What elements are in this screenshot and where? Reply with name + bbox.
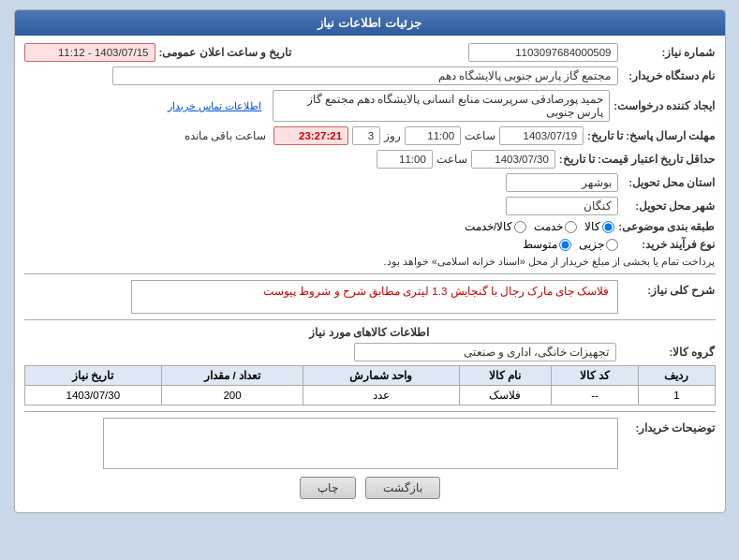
radio-kala-khadamat-label: کالا/خدمت bbox=[465, 220, 512, 233]
cell-tedad: 200 bbox=[162, 386, 303, 405]
saat-label2: ساعت bbox=[436, 153, 467, 166]
saat-label: ساعت bbox=[465, 129, 495, 142]
name-dastgah-label: نام دستگاه خریدار: bbox=[622, 69, 716, 82]
radio-jozvi-label: جزیی bbox=[579, 238, 604, 251]
radio-jozvi-input[interactable] bbox=[606, 239, 618, 251]
radio-motavasset-label: متوسط bbox=[523, 238, 557, 251]
cell-name: فلاسک bbox=[459, 386, 551, 405]
kala-table: ردیف کد کالا نام کالا واحد شمارش تعداد /… bbox=[24, 365, 716, 405]
radio-khadamat-input[interactable] bbox=[565, 221, 577, 233]
ostan-value: بوشهر bbox=[506, 173, 618, 192]
mohlet-date: 1403/07/19 bbox=[499, 126, 584, 145]
th-radif: ردیف bbox=[639, 366, 715, 386]
th-name: نام کالا bbox=[459, 366, 551, 386]
table-row: 1--فلاسکعدد2001403/07/30 bbox=[24, 386, 715, 405]
cell-kod: -- bbox=[551, 386, 639, 405]
jadval-date: 1403/07/30 bbox=[471, 150, 555, 169]
shahr-label: شهر محل تحویل: bbox=[622, 199, 716, 213]
ijad-label: ایجاد کننده درخواست: bbox=[613, 99, 715, 112]
header-title: جزئیات اطلاعات نیاز bbox=[318, 16, 421, 30]
mohlet-label: مهلت ارسال پاسخ: تا تاریخ: bbox=[587, 129, 715, 142]
mohlet-saat: 11:00 bbox=[405, 126, 461, 145]
th-tedad: تعداد / مقدار bbox=[162, 366, 303, 386]
tabaqe-label: طبقه بندی موضوعی: bbox=[618, 220, 715, 233]
shahr-value: کنگان bbox=[506, 197, 618, 215]
th-vahed: واحد شمارش bbox=[303, 366, 459, 386]
radio-kala-khadamat-item: کالا/خدمت bbox=[465, 220, 526, 233]
cell-vahed: عدد bbox=[303, 386, 459, 405]
tarikh-value: 1403/07/15 - 11:12 bbox=[24, 43, 155, 62]
ijad-value: حمید پورصادقی سرپرست منابع انسانی پالایش… bbox=[273, 90, 610, 122]
radio-kala-khadamat-input[interactable] bbox=[514, 221, 526, 233]
th-tarikh: تاریخ نیاز bbox=[24, 366, 162, 386]
jadval-saat: 11:00 bbox=[377, 150, 433, 169]
ostan-label: استان محل تحویل: bbox=[622, 176, 716, 189]
radio-kala-input[interactable] bbox=[602, 221, 614, 233]
radio-jozvi-item: جزیی bbox=[579, 238, 618, 251]
shomara-value: 1103097684000509 bbox=[468, 43, 618, 62]
time-remaining: 23:27:21 bbox=[273, 126, 348, 145]
payment-note: پرداخت تمام یا بخشی از مبلغ خریدار از مح… bbox=[383, 256, 715, 268]
nooe-farayand-label: نوع فرآیند خرید: bbox=[622, 238, 716, 251]
shomara-label: شماره نیاز: bbox=[622, 46, 716, 59]
th-kod: کد کالا bbox=[551, 366, 639, 386]
ettelaat-tamas-link[interactable]: اطلاعات تماس خریدار bbox=[168, 100, 261, 112]
radio-khadamat-label: خدمت bbox=[534, 220, 563, 233]
cell-tarikh: 1403/07/30 bbox=[24, 386, 162, 405]
tozih-label: توضیحات خریدار: bbox=[622, 418, 716, 435]
bazgasht-button[interactable]: بازگشت bbox=[365, 477, 440, 499]
gorohe-kala-label: گروه کالا: bbox=[622, 346, 716, 359]
radio-motavasset-item: متوسط bbox=[523, 238, 571, 251]
radio-kala-item: کالا bbox=[584, 220, 614, 233]
main-container: جزئیات اطلاعات نیاز شماره نیاز: 11030976… bbox=[14, 9, 726, 513]
gorohe-kala-value: تجهیزات خانگی، اداری و صنعتی bbox=[354, 343, 616, 361]
tozih-textarea[interactable] bbox=[103, 418, 618, 469]
roz-label: روز bbox=[384, 129, 401, 142]
name-dastgah-value: مجتمع گاز پارس جنوبی پالایشگاه دهم bbox=[112, 66, 618, 85]
radio-motavasset-input[interactable] bbox=[559, 239, 571, 251]
radio-khadamat-item: خدمت bbox=[534, 220, 577, 233]
radio-kala-label: کالا bbox=[584, 220, 600, 233]
tabaqe-radio-group: کالا خدمت کالا/خدمت bbox=[465, 220, 614, 233]
chap-button[interactable]: چاپ bbox=[300, 477, 356, 499]
tarikh-label: تاریخ و ساعت اعلان عمومی: bbox=[159, 46, 292, 59]
page-header: جزئیات اطلاعات نیاز bbox=[15, 10, 725, 36]
remaining-label: ساعت باقی مانده bbox=[185, 129, 266, 142]
jadval-label: حداقل تاریخ اعتبار قیمت: تا تاریخ: bbox=[559, 153, 716, 166]
ettelaat-kala-title: اطلاعات کالاهای مورد نیاز bbox=[24, 326, 716, 339]
mohlet-roz: 3 bbox=[352, 126, 380, 145]
shrj-label: شرح کلی نیاز: bbox=[622, 280, 716, 297]
shrj-value: فلاسک جای مارک رجال با گنجایش 1.3 لیتری … bbox=[131, 280, 618, 314]
cell-radif: 1 bbox=[639, 386, 715, 405]
farayand-radio-group: جزیی متوسط bbox=[523, 238, 618, 251]
